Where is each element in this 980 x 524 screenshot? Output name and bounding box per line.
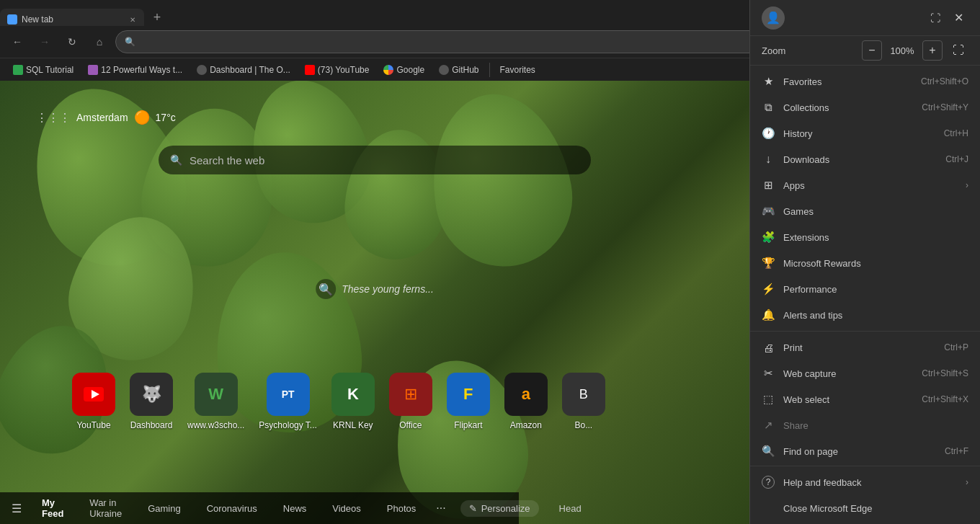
dial-psychology-icon: PT — [267, 373, 310, 416]
dial-bo-icon: B — [562, 373, 605, 416]
tab-close-button[interactable]: ✕ — [128, 14, 137, 25]
dial-flipkart-icon: F — [447, 373, 490, 416]
dial-krnl[interactable]: K KRNL Key — [331, 373, 375, 430]
dial-amazon[interactable]: a Amazon — [504, 373, 548, 430]
grid-icon: ⋮⋮⋮ — [36, 111, 71, 125]
web-capture-shortcut: Ctrl+Shift+S — [922, 368, 968, 378]
apps-icon: ⊞ — [762, 179, 775, 192]
history-label: History — [783, 128, 935, 139]
profile-avatar[interactable]: 👤 — [762, 6, 785, 30]
dial-dashboard[interactable]: 🐺 Dashboard — [130, 373, 173, 430]
menu-item-downloads[interactable]: ↓ Downloads Ctrl+J — [750, 146, 980, 172]
bottom-videos[interactable]: Videos — [326, 500, 367, 517]
menu-item-microsoft-rewards[interactable]: 🏆 Microsoft Rewards — [750, 250, 980, 276]
dial-w3school[interactable]: W www.w3scho... — [187, 373, 244, 430]
fav-favicon — [439, 65, 449, 75]
fav-favicon — [383, 65, 393, 75]
dial-flipkart-label: Flipkart — [454, 420, 482, 430]
rewards-label: Microsoft Rewards — [783, 258, 968, 269]
web-capture-icon: ✂ — [762, 367, 775, 380]
menu-item-collections[interactable]: ⧉ Collections Ctrl+Shift+Y — [750, 94, 980, 120]
favorites-label: Favorites — [783, 76, 912, 87]
menu-item-games[interactable]: 🎮 Games — [750, 198, 980, 224]
personalize-button[interactable]: ✎ Personalize — [460, 500, 539, 517]
close-edge-label: Close Microsoft Edge — [783, 503, 968, 514]
dial-youtube[interactable]: YouTube — [72, 373, 115, 430]
home-button[interactable]: ⌂ — [88, 30, 111, 53]
menu-item-web-select[interactable]: ⬚ Web select Ctrl+Shift+X — [750, 386, 980, 412]
fav-google[interactable]: Google — [378, 61, 430, 79]
refresh-button[interactable]: ↻ — [61, 30, 84, 53]
menu-item-extensions[interactable]: 🧩 Extensions — [750, 224, 980, 250]
menu-item-share[interactable]: ↗ Share — [750, 412, 980, 438]
menu-item-read-aloud[interactable]: A↑ Read aloud Ctrl+Shift+U — [750, 464, 980, 466]
favorites-end-label[interactable]: Favorites — [494, 63, 541, 76]
menu-item-print[interactable]: 🖨 Print Ctrl+P — [750, 334, 980, 360]
back-button[interactable]: ← — [6, 30, 29, 53]
bottom-more-button[interactable]: ··· — [436, 502, 445, 515]
bottom-my-feed[interactable]: My Feed — [36, 494, 69, 522]
dial-office-label: Office — [399, 420, 422, 430]
menu-footer: ? Help and feedback › Close Microsoft Ed… — [750, 466, 980, 524]
fav-label: (73) YouTube — [318, 65, 370, 75]
bottom-bar: ☰ My Feed War in Ukraine Gaming Coronavi… — [0, 492, 519, 524]
web-select-shortcut: Ctrl+Shift+X — [922, 394, 968, 404]
weather-widget[interactable]: ⋮⋮⋮ Amsterdam 🟠 17°c — [36, 110, 176, 125]
info-icon[interactable]: 🔍 — [316, 279, 336, 299]
search-placeholder: Search the web — [190, 154, 264, 166]
dial-w3school-icon: W — [195, 373, 238, 416]
dial-psychology[interactable]: PT Psychology T... — [259, 373, 316, 430]
zoom-plus-button[interactable]: + — [922, 40, 943, 61]
speed-dial: YouTube 🐺 Dashboard W www.w3scho... PT P… — [72, 373, 605, 430]
fav-favicon — [305, 65, 315, 75]
zoom-fullscreen-button[interactable]: ⛶ — [948, 40, 968, 61]
bottom-photos[interactable]: Photos — [381, 500, 422, 517]
dial-krnl-label: KRNL Key — [333, 420, 373, 430]
alerts-icon: 🔔 — [762, 308, 775, 321]
menu-item-history[interactable]: 🕐 History Ctrl+H — [750, 120, 980, 146]
bottom-news[interactable]: News — [277, 500, 313, 517]
games-label: Games — [783, 206, 968, 217]
fav-youtube[interactable]: (73) YouTube — [299, 61, 375, 79]
fav-12-powerful[interactable]: 12 Powerful Ways t... — [82, 61, 188, 79]
head-button[interactable]: Head — [553, 500, 587, 517]
forward-button[interactable]: → — [33, 30, 56, 53]
menu-item-find[interactable]: 🔍 Find on page Ctrl+F — [750, 438, 980, 464]
dial-flipkart[interactable]: F Flipkart — [447, 373, 490, 430]
menu-close-button[interactable]: ✕ — [948, 8, 968, 28]
rewards-icon: 🏆 — [762, 257, 775, 270]
search-bar[interactable]: 🔍 Search the web — [159, 146, 591, 174]
menu-item-apps[interactable]: ⊞ Apps › — [750, 172, 980, 198]
dial-bo[interactable]: B Bo... — [562, 373, 605, 430]
fav-dashboard[interactable]: Dashboard | The O... — [191, 61, 296, 79]
find-label: Find on page — [783, 446, 936, 457]
games-icon: 🎮 — [762, 205, 775, 218]
menu-item-close-edge[interactable]: Close Microsoft Edge — [750, 495, 980, 521]
bottom-coronavirus[interactable]: Coronavirus — [201, 500, 263, 517]
menu-item-favorites[interactable]: ★ Favorites Ctrl+Shift+O — [750, 68, 980, 94]
menu-item-alerts[interactable]: 🔔 Alerts and tips — [750, 302, 980, 328]
dial-office-icon: ⊞ — [389, 373, 432, 416]
fav-sql-tutorial[interactable]: SQL Tutorial — [7, 61, 79, 79]
menu-header: 👤 ⛶ ✕ — [750, 0, 980, 36]
menu-item-web-capture[interactable]: ✂ Web capture Ctrl+Shift+S — [750, 360, 980, 386]
image-caption: These young ferns... — [342, 283, 434, 295]
menu-expand-icon[interactable]: ⛶ — [925, 8, 945, 28]
print-shortcut: Ctrl+P — [944, 342, 968, 352]
fav-github[interactable]: GitHub — [433, 61, 484, 79]
history-shortcut: Ctrl+H — [944, 128, 968, 138]
favorites-divider — [489, 63, 490, 77]
fav-label: Dashboard | The O... — [210, 65, 290, 75]
dial-office[interactable]: ⊞ Office — [389, 373, 432, 430]
menu-item-performance[interactable]: ⚡ Performance — [750, 276, 980, 302]
new-tab-button[interactable]: + — [147, 7, 167, 27]
performance-icon: ⚡ — [762, 283, 775, 296]
menu-items-list: ★ Favorites Ctrl+Shift+O ⧉ Collections C… — [750, 66, 980, 466]
bottom-gaming[interactable]: Gaming — [142, 500, 187, 517]
zoom-minus-button[interactable]: − — [862, 40, 882, 61]
fav-favicon — [88, 65, 98, 75]
print-label: Print — [783, 342, 935, 353]
menu-item-help-feedback[interactable]: ? Help and feedback › — [750, 469, 980, 495]
bottom-menu-icon[interactable]: ☰ — [12, 502, 22, 515]
bottom-war-ukraine[interactable]: War in Ukraine — [84, 494, 128, 522]
